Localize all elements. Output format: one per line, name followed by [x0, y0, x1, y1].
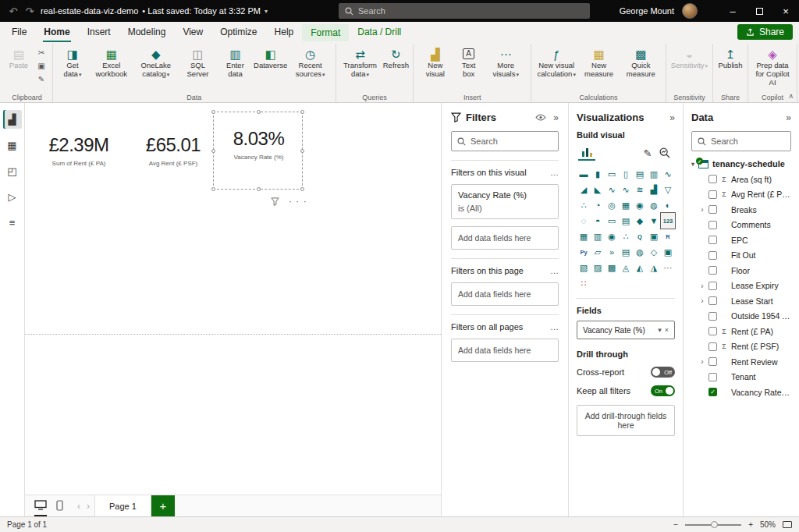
visual-type-qna[interactable]: Q	[633, 229, 647, 244]
tab-modeling[interactable]: Modeling	[119, 22, 175, 42]
page-tab[interactable]: Page 1	[94, 495, 151, 516]
ribbon-button-sql-server[interactable]: ◫SQL Server	[179, 44, 217, 79]
ribbon-button-prep-data-for-copilot-ai[interactable]: ◈Prep data for Copilot AI	[751, 44, 794, 87]
field-checkbox[interactable]	[708, 373, 717, 381]
field-row-lease-start[interactable]: ›Lease Start	[691, 293, 791, 309]
visual-type-arcgis-map[interactable]: ◍	[633, 244, 647, 260]
tab-view[interactable]: View	[174, 22, 211, 42]
more-options-icon[interactable]: …	[550, 266, 559, 275]
fit-to-page-icon[interactable]	[783, 521, 792, 528]
add-drill-through-dropzone[interactable]: Add drill-through fields here	[577, 405, 675, 436]
zoom-slider-thumb[interactable]	[711, 521, 718, 528]
tab-file[interactable]: File	[3, 22, 35, 42]
visual-type-r-script[interactable]: R	[661, 229, 675, 244]
data-search-box[interactable]	[691, 131, 791, 151]
field-row-breaks[interactable]: ›Breaks	[691, 202, 791, 218]
field-row-lease-expiry[interactable]: ›Lease Expiry	[691, 278, 791, 294]
global-search-box[interactable]	[339, 3, 590, 19]
analytics-tab[interactable]	[656, 145, 673, 161]
more-options-icon[interactable]: …	[550, 168, 559, 177]
expand-field-icon[interactable]: ›	[699, 282, 705, 290]
card-visual-sum-of-rent[interactable]: £2.39M Sum of Rent (£ PA)	[36, 134, 122, 167]
expand-field-icon[interactable]: ›	[699, 357, 705, 366]
report-canvas[interactable]: £2.39M Sum of Rent (£ PA) £65.01 Avg Ren…	[25, 103, 441, 495]
ribbon-button-quick-measure[interactable]: ▩Quick measure	[620, 44, 662, 79]
format-visual-tab[interactable]: ✎	[639, 145, 656, 161]
selected-visual-frame[interactable]: 8.03% Vacancy Rate (%)	[213, 112, 303, 190]
visual-type-stacked-column-chart[interactable]: ▮	[591, 166, 605, 182]
visual-type-shape-map[interactable]: ◐	[661, 197, 675, 213]
close-button[interactable]: ×	[772, 0, 799, 22]
visual-type-custom-visual-2[interactable]: ▨	[591, 260, 605, 275]
card-visual-vacancy-rate[interactable]: 8.03% Vacancy Rate (%)	[214, 128, 304, 161]
zoom-out-button[interactable]: −	[673, 520, 678, 529]
ribbon-button-paste[interactable]: ▤Paste	[5, 44, 33, 70]
visual-type-stacked-area-chart[interactable]: ◣	[591, 182, 605, 197]
tab-home[interactable]: Home	[35, 22, 78, 42]
visual-type-ribbon-chart[interactable]: ≋	[633, 182, 647, 197]
field-checkbox[interactable]	[708, 296, 717, 305]
prev-page-icon[interactable]: ‹	[77, 501, 80, 512]
dax-query-view-icon[interactable]: ▷	[3, 187, 22, 206]
ribbon-button-transform-data[interactable]: ⇄Transform data▾	[339, 44, 382, 79]
field-checkbox[interactable]	[708, 327, 717, 335]
visual-type-more-options[interactable]: ⋯	[661, 260, 675, 275]
field-checkbox[interactable]	[708, 282, 717, 290]
visual-type-100-stacked-bar-chart[interactable]: ▤	[633, 166, 647, 182]
visual-type-kpi[interactable]: ◆	[633, 213, 647, 229]
field-checkbox[interactable]	[708, 236, 717, 244]
visual-type-card[interactable]: ▭	[605, 213, 619, 229]
field-row-epc[interactable]: EPC	[691, 232, 791, 248]
ribbon-button-enter-data[interactable]: ▥Enter data	[218, 44, 252, 79]
visual-type-smart-narrative[interactable]: ▣	[647, 229, 661, 244]
keep-all-filters-toggle[interactable]: On	[651, 385, 675, 396]
visual-type-gauge[interactable]: ◓	[591, 213, 605, 229]
field-checkbox[interactable]	[708, 357, 717, 366]
ribbon-button-new-measure[interactable]: ▦New measure	[579, 44, 619, 79]
ribbon-button-new-visual[interactable]: ▟New visual	[417, 44, 453, 79]
copy-icon[interactable]: ▣	[35, 60, 48, 71]
filters-search-input[interactable]	[471, 137, 552, 146]
resize-handle[interactable]	[300, 187, 304, 191]
filter-card-vacancy-rate[interactable]: Vacancy Rate (%) is (All)	[451, 184, 559, 219]
field-row-vacancy-rate[interactable]: ✓Vacancy Rate (%)	[691, 385, 791, 400]
field-checkbox[interactable]	[708, 266, 717, 275]
visual-type-clustered-bar-chart[interactable]: ▭	[605, 166, 619, 182]
add-data-fields-dropzone[interactable]: Add data fields here	[451, 339, 559, 362]
ribbon-button-excel-workbook[interactable]: ▦Excel workbook	[90, 44, 133, 79]
visual-type-line-clustered-column-chart[interactable]: ∿	[619, 182, 633, 197]
table-node-tenancy-schedule[interactable]: ▾ tenancy-schedule	[691, 159, 791, 168]
expand-field-icon[interactable]: ›	[699, 296, 705, 305]
visual-type-waterfall-chart[interactable]: ▟	[647, 182, 661, 197]
visual-type-custom-visual-5[interactable]: ◭	[633, 260, 647, 275]
eye-icon[interactable]	[535, 114, 546, 121]
resize-handle[interactable]	[257, 110, 261, 114]
more-options-icon[interactable]: · · ·	[289, 196, 307, 207]
expand-field-icon[interactable]: ›	[699, 205, 705, 214]
field-checkbox[interactable]: ✓	[708, 388, 717, 396]
visual-type-get-more-visuals[interactable]: ∷	[577, 275, 591, 291]
ribbon-button-publish[interactable]: ↥Publish	[716, 44, 744, 70]
field-row-rent-pa[interactable]: ΣRent (£ PA)	[691, 324, 791, 339]
field-checkbox[interactable]	[708, 175, 717, 183]
visual-type-clustered-column-chart[interactable]: ▯	[619, 166, 633, 182]
ribbon-button-text-box[interactable]: AText box	[454, 44, 483, 79]
field-row-fit-out[interactable]: Fit Out	[691, 248, 791, 264]
field-row-comments[interactable]: Comments	[691, 218, 791, 233]
field-row-rent-review[interactable]: ›Rent Review	[691, 354, 791, 370]
visual-type-pie-chart[interactable]: ◔	[591, 197, 605, 213]
visual-type-multi-row-card[interactable]: ▤	[619, 213, 633, 229]
ribbon-button-new-visual-calculation[interactable]: ƒNew visual calculation▾	[534, 44, 578, 79]
visual-type-custom-visual-6[interactable]: ◮	[647, 260, 661, 275]
visual-type-azure-map[interactable]: ◌	[577, 213, 591, 229]
visual-type-line-chart[interactable]: ∿	[661, 166, 675, 182]
card-visual-avg-rent[interactable]: £65.01 Avg Rent (£ PSF)	[134, 134, 212, 167]
visual-type-new-card[interactable]: 123	[661, 213, 675, 229]
visual-type-map[interactable]: ◉	[633, 197, 647, 213]
visual-type-power-apps[interactable]: ▱	[591, 244, 605, 260]
resize-handle[interactable]	[257, 187, 261, 191]
ribbon-button-recent-sources[interactable]: ◷Recent sources▾	[289, 44, 332, 79]
ribbon-button-get-data[interactable]: ◨Get data▾	[56, 44, 89, 79]
visual-type-scorecard[interactable]: ▣	[661, 244, 675, 260]
chevron-down-icon[interactable]: ▾	[658, 326, 662, 334]
